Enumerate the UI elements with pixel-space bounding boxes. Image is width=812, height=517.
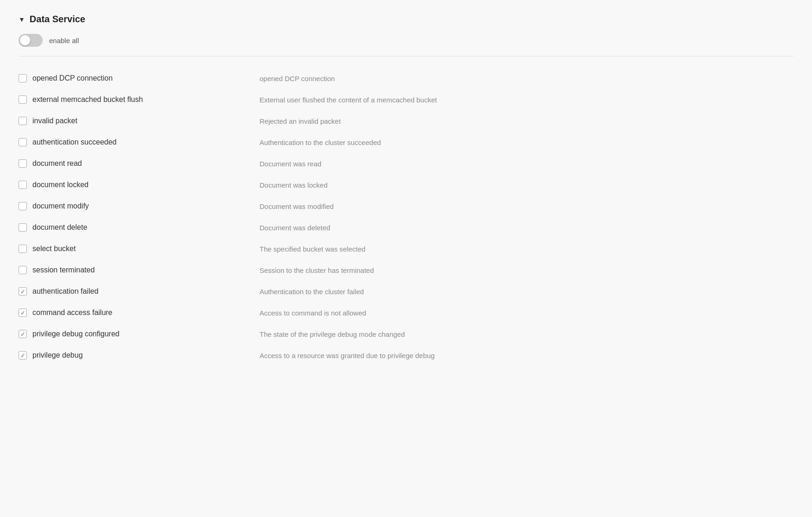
list-item: document readDocument was read — [19, 153, 793, 174]
item-desc-document-read: Document was read — [260, 160, 793, 168]
item-left: authentication succeeded — [19, 138, 260, 146]
item-desc-opened-dcp-connection: opened DCP connection — [260, 75, 793, 82]
item-left: authentication failed — [19, 287, 260, 296]
items-list: opened DCP connectionopened DCP connecti… — [19, 68, 793, 366]
item-left: document locked — [19, 181, 260, 189]
list-item: document lockedDocument was locked — [19, 174, 793, 195]
checkbox-select-bucket[interactable] — [19, 245, 27, 253]
item-desc-command-access-failure: Access to command is not allowed — [260, 309, 793, 317]
item-name-document-modify: document modify — [32, 202, 89, 210]
item-desc-external-memcached-bucket-flush: External user flushed the content of a m… — [260, 96, 793, 104]
item-desc-select-bucket: The specified bucket was selected — [260, 245, 793, 253]
checkbox-document-read[interactable] — [19, 159, 27, 168]
checkbox-document-locked[interactable] — [19, 181, 27, 189]
item-name-external-memcached-bucket-flush: external memcached bucket flush — [32, 95, 143, 104]
item-left: session terminated — [19, 266, 260, 274]
item-desc-invalid-packet: Rejected an invalid packet — [260, 117, 793, 125]
item-desc-privilege-debug: Access to a resource was granted due to … — [260, 352, 793, 359]
checkbox-authentication-failed[interactable] — [19, 287, 27, 296]
list-item: authentication succeededAuthentication t… — [19, 132, 793, 153]
list-item: session terminatedSession to the cluster… — [19, 259, 793, 281]
toggle-label: enable all — [49, 37, 79, 44]
enable-all-toggle[interactable] — [19, 34, 43, 47]
item-left: external memcached bucket flush — [19, 95, 260, 104]
checkbox-command-access-failure[interactable] — [19, 309, 27, 317]
list-item: command access failureAccess to command … — [19, 302, 793, 323]
list-item: select bucketThe specified bucket was se… — [19, 238, 793, 259]
list-item: invalid packetRejected an invalid packet — [19, 110, 793, 132]
item-left: privilege debug — [19, 351, 260, 359]
checkbox-external-memcached-bucket-flush[interactable] — [19, 95, 27, 104]
item-left: invalid packet — [19, 117, 260, 125]
list-item: authentication failedAuthentication to t… — [19, 281, 793, 302]
list-item: privilege debugAccess to a resource was … — [19, 345, 793, 366]
item-desc-session-terminated: Session to the cluster has terminated — [260, 266, 793, 274]
item-desc-document-delete: Document was deleted — [260, 224, 793, 232]
checkbox-opened-dcp-connection[interactable] — [19, 74, 27, 82]
item-desc-document-locked: Document was locked — [260, 181, 793, 189]
section-header: ▼ Data Service — [19, 14, 793, 25]
item-name-authentication-failed: authentication failed — [32, 287, 98, 296]
item-left: document modify — [19, 202, 260, 210]
item-name-document-delete: document delete — [32, 223, 87, 232]
checkbox-document-delete[interactable] — [19, 223, 27, 232]
item-name-opened-dcp-connection: opened DCP connection — [32, 74, 113, 82]
item-left: select bucket — [19, 245, 260, 253]
checkbox-privilege-debug[interactable] — [19, 351, 27, 359]
item-name-document-locked: document locked — [32, 181, 89, 189]
item-desc-authentication-succeeded: Authentication to the cluster succeeded — [260, 139, 793, 146]
checkbox-invalid-packet[interactable] — [19, 117, 27, 125]
toggle-row: enable all — [19, 34, 793, 47]
main-container: ▼ Data Service enable all opened DCP con… — [0, 0, 812, 517]
item-name-privilege-debug: privilege debug — [32, 351, 83, 359]
checkbox-document-modify[interactable] — [19, 202, 27, 210]
chevron-down-icon: ▼ — [19, 16, 25, 23]
item-name-command-access-failure: command access failure — [32, 309, 113, 317]
item-name-select-bucket: select bucket — [32, 245, 76, 253]
checkbox-authentication-succeeded[interactable] — [19, 138, 27, 146]
item-desc-privilege-debug-configured: The state of the privilege debug mode ch… — [260, 330, 793, 338]
item-name-document-read: document read — [32, 159, 82, 168]
item-left: opened DCP connection — [19, 74, 260, 82]
item-left: privilege debug configured — [19, 330, 260, 338]
section-title: Data Service — [30, 14, 85, 25]
item-desc-authentication-failed: Authentication to the cluster failed — [260, 288, 793, 296]
list-item: external memcached bucket flushExternal … — [19, 89, 793, 110]
list-item: document deleteDocument was deleted — [19, 217, 793, 238]
item-name-privilege-debug-configured: privilege debug configured — [32, 330, 120, 338]
item-left: command access failure — [19, 309, 260, 317]
section-divider — [19, 56, 793, 57]
list-item: document modifyDocument was modified — [19, 195, 793, 217]
item-name-session-terminated: session terminated — [32, 266, 95, 274]
item-left: document delete — [19, 223, 260, 232]
checkbox-privilege-debug-configured[interactable] — [19, 330, 27, 338]
item-name-invalid-packet: invalid packet — [32, 117, 77, 125]
item-left: document read — [19, 159, 260, 168]
checkbox-session-terminated[interactable] — [19, 266, 27, 274]
list-item: opened DCP connectionopened DCP connecti… — [19, 68, 793, 89]
list-item: privilege debug configuredThe state of t… — [19, 323, 793, 345]
item-name-authentication-succeeded: authentication succeeded — [32, 138, 116, 146]
item-desc-document-modify: Document was modified — [260, 202, 793, 210]
